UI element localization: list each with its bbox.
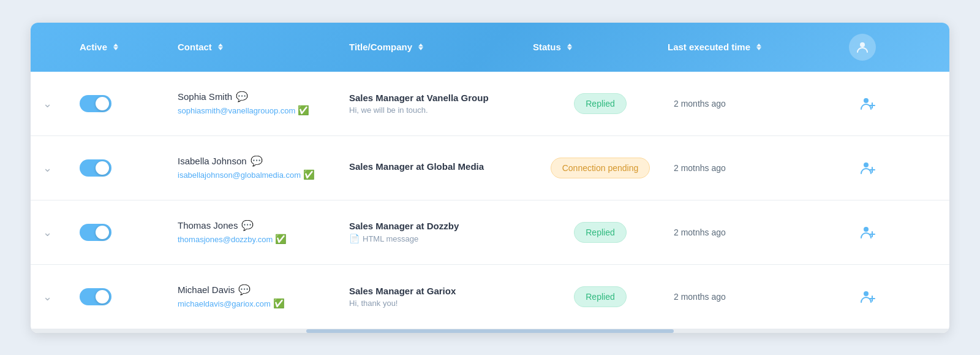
chevron-icon-2[interactable]: ⌄ (43, 161, 52, 175)
status-cell-3: Replied (533, 222, 668, 243)
verified-icon-1: ✅ (298, 105, 309, 116)
verified-icon-2: ✅ (303, 169, 315, 180)
title-cell-3: Sales Manager at Dozzby 📄 HTML message (349, 213, 533, 251)
contact-name-1: Sophia Smith 💬 (178, 91, 349, 102)
active-toggle-3[interactable] (80, 224, 111, 241)
status-cell-1: Replied (533, 93, 668, 114)
table-row: ⌄ Thomas Jones 💬 thomasjones@dozzby.com … (31, 200, 949, 265)
person-add-icon-3[interactable] (860, 224, 876, 240)
toggle-cell-1[interactable] (80, 95, 178, 112)
toggle-cell-2[interactable] (80, 159, 178, 177)
active-toggle-2[interactable] (80, 159, 111, 177)
action-cell-1[interactable] (827, 96, 876, 112)
action-cell-4[interactable] (827, 289, 876, 305)
expand-cell-2[interactable]: ⌄ (43, 161, 80, 175)
html-msg-3: 📄 HTML message (349, 234, 533, 243)
table-header: Active Contact Title/Company Status (31, 23, 949, 72)
verified-icon-4: ✅ (273, 298, 285, 309)
svg-point-1 (864, 98, 869, 103)
title-sort-icon[interactable] (418, 44, 423, 50)
col-status-label: Status (533, 42, 561, 52)
title-text-4: Sales Manager at Gariox (349, 286, 533, 296)
chat-icon-2: 💬 (251, 155, 263, 167)
contact-sort-icon[interactable] (218, 44, 223, 50)
contact-email-3[interactable]: thomasjones@dozzby.com (178, 235, 273, 244)
chat-icon-3: 💬 (241, 219, 254, 231)
status-badge-3: Replied (574, 222, 626, 243)
main-table: Active Contact Title/Company Status (31, 23, 949, 333)
title-cell-1: Sales Manager at Vanella Group Hi, we wi… (349, 85, 533, 122)
expand-cell-1[interactable]: ⌄ (43, 97, 80, 110)
scrollbar-thumb[interactable] (306, 329, 674, 333)
active-toggle-4[interactable] (80, 288, 111, 305)
col-last-executed: Last executed time (668, 42, 827, 52)
contact-cell-1: Sophia Smith 💬 sophiasmith@vanellagrouop… (178, 83, 349, 123)
svg-point-0 (860, 42, 865, 47)
contact-name-2: Isabella Johnson 💬 (178, 155, 349, 167)
status-cell-4: Replied (533, 286, 668, 307)
contact-email-2[interactable]: isabellajohnson@globalmedia.com (178, 170, 301, 180)
contact-cell-2: Isabella Johnson 💬 isabellajohnson@globa… (178, 148, 349, 188)
col-contact-label: Contact (178, 42, 212, 52)
contact-name-text-3: Thomas Jones (178, 220, 238, 231)
scrollbar-container (31, 329, 949, 333)
status-badge-1: Replied (574, 93, 626, 114)
email-row-1: sophiasmith@vanellagrouop.com ✅ (178, 105, 349, 116)
contact-name-4: Michael Davis 💬 (178, 284, 349, 296)
chevron-icon-1[interactable]: ⌄ (43, 97, 52, 110)
header-avatar-icon (849, 34, 876, 61)
table-row: ⌄ Michael Davis 💬 michaeldavis@gariox.co… (31, 265, 949, 329)
contact-name-3: Thomas Jones 💬 (178, 219, 349, 231)
chat-icon-4: 💬 (238, 284, 251, 296)
col-status: Status (533, 42, 668, 52)
svg-point-4 (864, 162, 869, 167)
subtitle-text-3: HTML message (363, 234, 418, 243)
active-toggle-1[interactable] (80, 95, 111, 112)
expand-cell-3[interactable]: ⌄ (43, 226, 80, 239)
title-cell-4: Sales Manager at Gariox Hi, thank you! (349, 278, 533, 315)
chevron-icon-3[interactable]: ⌄ (43, 226, 52, 239)
last-exec-sort-icon[interactable] (756, 44, 761, 50)
status-badge-2: Connection pending (551, 158, 650, 178)
time-cell-2: 2 motnhs ago (668, 163, 827, 173)
contact-name-text-4: Michael Davis (178, 284, 235, 295)
contact-name-text-1: Sophia Smith (178, 91, 232, 102)
contact-email-4[interactable]: michaeldavis@gariox.com (178, 299, 271, 308)
contact-name-text-2: Isabella Johnson (178, 156, 247, 166)
action-cell-3[interactable] (827, 224, 876, 240)
table-row: ⌄ Isabella Johnson 💬 isabellajohnson@glo… (31, 136, 949, 200)
time-cell-4: 2 months ago (668, 292, 827, 302)
toggle-cell-3[interactable] (80, 224, 178, 241)
contact-cell-4: Michael Davis 💬 michaeldavis@gariox.com … (178, 277, 349, 316)
title-text-2: Sales Manager at Global Media (349, 161, 533, 172)
chevron-icon-4[interactable]: ⌄ (43, 290, 52, 303)
person-add-icon-4[interactable] (860, 289, 876, 305)
title-text-3: Sales Manager at Dozzby (349, 221, 533, 231)
status-cell-2: Connection pending (533, 158, 668, 178)
action-cell-2[interactable] (827, 160, 876, 176)
chat-icon-1: 💬 (236, 91, 248, 102)
subtitle-text-4: Hi, thank you! (349, 299, 533, 308)
contact-cell-3: Thomas Jones 💬 thomasjones@dozzby.com ✅ (178, 212, 349, 252)
svg-point-10 (864, 291, 869, 296)
title-cell-2: Sales Manager at Global Media (349, 154, 533, 181)
col-active: Active (80, 42, 178, 52)
svg-point-7 (864, 227, 869, 232)
person-add-icon-1[interactable] (860, 96, 876, 112)
subtitle-text-1: Hi, we will be in touch. (349, 105, 533, 115)
col-action-header (827, 34, 876, 61)
email-row-2: isabellajohnson@globalmedia.com ✅ (178, 169, 349, 180)
status-sort-icon[interactable] (567, 44, 572, 50)
toggle-cell-4[interactable] (80, 288, 178, 305)
title-text-1: Sales Manager at Vanella Group (349, 93, 533, 103)
col-title-company: Title/Company (349, 42, 533, 52)
col-contact: Contact (178, 42, 349, 52)
col-last-exec-label: Last executed time (668, 42, 750, 52)
col-active-label: Active (80, 42, 107, 52)
contact-email-1[interactable]: sophiasmith@vanellagrouop.com (178, 106, 295, 115)
person-add-icon-2[interactable] (860, 160, 876, 176)
time-cell-1: 2 months ago (668, 99, 827, 109)
expand-cell-4[interactable]: ⌄ (43, 290, 80, 303)
email-row-3: thomasjones@dozzby.com ✅ (178, 234, 349, 245)
active-sort-icon[interactable] (113, 44, 118, 50)
